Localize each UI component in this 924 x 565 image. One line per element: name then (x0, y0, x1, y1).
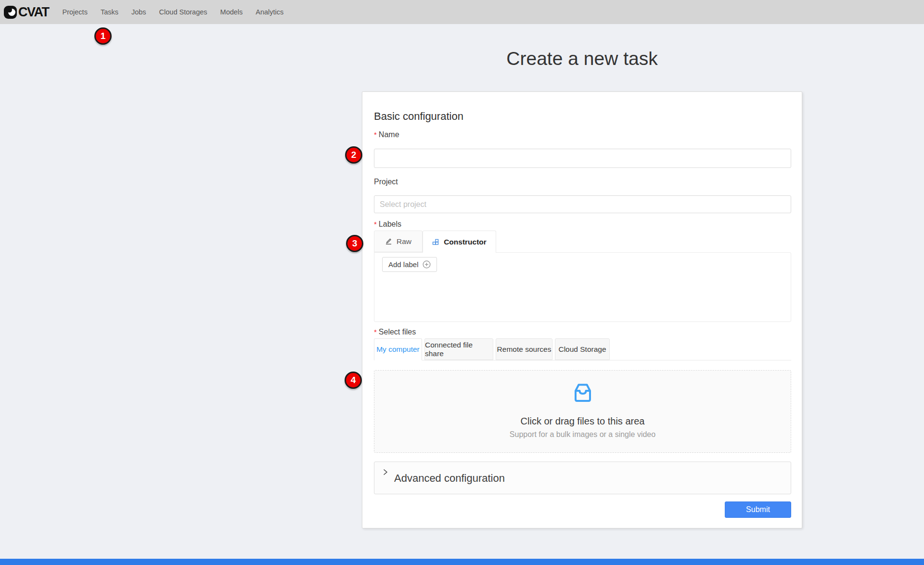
nav-item-projects[interactable]: Projects (63, 8, 88, 16)
annotation-badge-1: 1 (94, 27, 112, 45)
advanced-configuration-label: Advanced configuration (394, 472, 505, 485)
labels-tabs: Raw Constructor (374, 231, 496, 253)
tab-my-computer[interactable]: My computer (374, 338, 422, 360)
add-label-text: Add label (388, 260, 419, 269)
annotation-badge-2: 2 (345, 146, 362, 164)
section-title: Basic configuration (374, 110, 463, 123)
nav-item-models[interactable]: Models (220, 8, 243, 16)
nav-item-analytics[interactable]: Analytics (256, 8, 283, 16)
nav-item-jobs[interactable]: Jobs (131, 8, 146, 16)
nav-items: Projects Tasks Jobs Cloud Storages Model… (63, 8, 284, 16)
required-mark: * (374, 130, 377, 139)
tab-raw-label: Raw (397, 237, 411, 246)
brand-text: CVAT (18, 5, 49, 20)
chevron-right-icon (383, 469, 388, 475)
name-label: *Name (374, 130, 399, 139)
file-source-tabs: My computer Connected file share Remote … (374, 338, 610, 360)
create-task-card: Basic configuration *Name Project *Label… (362, 91, 802, 528)
annotation-badge-3: 3 (346, 235, 363, 252)
tab-constructor-label: Constructor (444, 238, 487, 246)
build-icon (432, 238, 439, 245)
labels-label: *Labels (374, 220, 401, 229)
page-title: Create a new task (362, 48, 802, 69)
required-mark: * (374, 220, 377, 228)
cvat-logo-icon (4, 6, 17, 19)
required-mark: * (374, 328, 377, 336)
label-constructor-area: Add label (374, 252, 791, 322)
tab-cloud-storage[interactable]: Cloud Storage (555, 338, 610, 360)
tab-constructor[interactable]: Constructor (423, 231, 496, 253)
annotation-badge-4: 4 (345, 372, 362, 389)
task-name-input[interactable] (374, 149, 791, 168)
select-files-label: *Select files (374, 328, 416, 336)
project-select-input[interactable] (374, 195, 791, 213)
project-label: Project (374, 178, 398, 186)
tab-raw[interactable]: Raw (374, 231, 423, 252)
footer-strip (0, 559, 924, 565)
dropzone-hint: Support for a bulk images or a single vi… (510, 430, 655, 439)
inbox-icon (572, 382, 594, 402)
tab-connected-file-share[interactable]: Connected file share (424, 338, 493, 360)
add-label-button[interactable]: Add label (382, 257, 437, 272)
cvat-logo[interactable]: CVAT (4, 5, 49, 20)
plus-circle-icon (423, 260, 431, 269)
edit-icon (385, 238, 392, 245)
tab-remote-sources[interactable]: Remote sources (496, 338, 552, 360)
nav-item-cloud-storages[interactable]: Cloud Storages (159, 8, 207, 16)
advanced-configuration-panel[interactable]: Advanced configuration (374, 462, 791, 494)
file-dropzone[interactable]: Click or drag files to this area Support… (374, 370, 791, 453)
dropzone-title: Click or drag files to this area (521, 416, 645, 427)
submit-button[interactable]: Submit (725, 501, 791, 518)
top-navbar: CVAT Projects Tasks Jobs Cloud Storages … (0, 0, 924, 24)
nav-item-tasks[interactable]: Tasks (101, 8, 118, 16)
